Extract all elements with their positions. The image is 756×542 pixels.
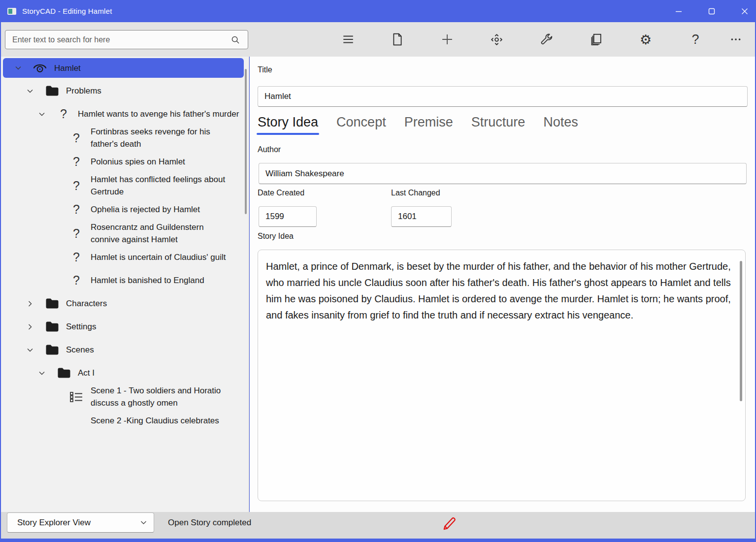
tree-item-label: Fortinbras seeks revenge for his father'…: [91, 126, 234, 150]
tree-item[interactable]: ?Fortinbras seeks revenge for his father…: [1, 126, 249, 150]
app-window: StoryCAD - Editing Hamlet: [0, 0, 756, 542]
tree-scrollbar[interactable]: [245, 69, 247, 214]
tree-item-label: Scenes: [66, 344, 94, 356]
editor-panel: Title Story IdeaConceptPremiseStructureN…: [250, 57, 755, 512]
tree-item-label: Hamlet is banished to England: [91, 274, 204, 287]
folder-icon-slot: [56, 367, 71, 379]
scene-icon: [69, 391, 83, 403]
chevron-down-icon: [39, 371, 45, 375]
chevron-down-icon: [39, 112, 45, 116]
tree-item[interactable]: ?Hamlet wants to avenge his father's mur…: [1, 102, 249, 126]
tree-item[interactable]: ?Polonius spies on Hamlet: [1, 150, 249, 173]
tab-notes[interactable]: Notes: [542, 115, 579, 136]
story-idea-scrollbar[interactable]: [740, 261, 742, 401]
last-changed-input[interactable]: [391, 206, 452, 227]
tree-item-label: Hamlet has conflicted feelings about Ger…: [91, 173, 234, 198]
search-box: [5, 30, 248, 49]
last-changed-label: Last Changed: [391, 189, 440, 197]
tree-item[interactable]: ?Hamlet is uncertain of Claudius' guilt: [1, 246, 249, 269]
folder-icon: [45, 344, 59, 355]
problem-icon: ?: [73, 156, 80, 168]
tree-item[interactable]: Problems: [1, 79, 249, 102]
copy-icon: [590, 33, 602, 46]
tree-item-label: Ophelia is rejected by Hamlet: [91, 203, 200, 216]
minimize-button[interactable]: [667, 0, 690, 22]
folder-icon: [45, 321, 59, 332]
tree-item[interactable]: Scene 1 - Two soldiers and Horatio discu…: [1, 384, 249, 409]
chevron-down-icon: [27, 348, 33, 352]
tree-item[interactable]: Characters: [1, 292, 249, 315]
tree-item[interactable]: ?Hamlet has conflicted feelings about Ge…: [1, 173, 249, 198]
overview-icon: [33, 62, 47, 74]
tree-item[interactable]: Settings: [1, 315, 249, 338]
tab-concept[interactable]: Concept: [335, 115, 387, 136]
move-button[interactable]: [487, 30, 506, 49]
close-button[interactable]: [733, 0, 756, 22]
tree-item-label: Hamlet: [54, 62, 81, 74]
more-button[interactable]: [726, 30, 746, 49]
tree-expander[interactable]: [25, 89, 35, 93]
menu-button[interactable]: [338, 30, 358, 49]
problem-icon: ?: [73, 274, 80, 287]
tree-expander[interactable]: [25, 348, 35, 352]
add-icon: [440, 32, 454, 46]
search-icon: [230, 34, 241, 45]
document-icon: [392, 33, 403, 46]
tree-item-label: Act I: [78, 367, 95, 379]
tree-item[interactable]: ?Hamlet is banished to England: [1, 269, 249, 292]
navigation-tree: HamletProblems?Hamlet wants to avenge hi…: [1, 57, 249, 512]
settings-button[interactable]: ⚙: [636, 30, 656, 49]
tree-item[interactable]: Act I: [1, 361, 249, 384]
story-idea-textarea[interactable]: Hamlet, a prince of Denmark, is beset by…: [258, 250, 746, 501]
chevron-down-icon: [15, 66, 21, 70]
title-bar: StoryCAD - Editing Hamlet: [0, 0, 756, 22]
problem-icon-slot: ?: [69, 156, 84, 168]
help-button[interactable]: ?: [686, 30, 705, 49]
search-input[interactable]: [5, 35, 230, 44]
date-created-input[interactable]: [259, 206, 317, 227]
tree-item[interactable]: ?Rosencrantz and Guildenstern connive ag…: [1, 221, 249, 246]
maximize-icon: [708, 8, 715, 15]
add-button[interactable]: [437, 30, 457, 49]
chevron-right-icon: [28, 301, 32, 307]
tree-expander[interactable]: [25, 324, 35, 330]
problem-icon-slot: ?: [69, 180, 84, 192]
folder-icon: [45, 298, 59, 309]
author-label: Author: [258, 145, 281, 154]
copy-button[interactable]: [586, 30, 606, 49]
problem-icon-slot: ?: [69, 251, 84, 263]
author-input[interactable]: [259, 163, 747, 184]
tree-item-label: Characters: [66, 297, 107, 310]
scene-icon-slot: [69, 391, 84, 403]
wrench-button[interactable]: [536, 30, 556, 49]
maximize-button[interactable]: [700, 0, 723, 22]
problem-icon-slot: ?: [69, 132, 84, 144]
tree-expander[interactable]: [36, 371, 47, 375]
status-message: Open Story completed: [168, 512, 251, 533]
help-icon: ?: [691, 33, 699, 46]
tree-item-label: Scene 2 -King Claudius celebrates: [91, 414, 219, 427]
problem-icon: ?: [73, 180, 80, 192]
view-selector[interactable]: Story Explorer View: [7, 512, 154, 533]
tree-expander[interactable]: [36, 112, 47, 116]
window-title: StoryCAD - Editing Hamlet: [22, 7, 112, 15]
folder-icon-slot: [44, 85, 59, 96]
tree-item-label: Settings: [66, 320, 96, 333]
tree-item[interactable]: Scene 2 -King Claudius celebrates: [1, 409, 249, 432]
title-input[interactable]: [258, 86, 748, 107]
tree-item[interactable]: Hamlet: [3, 58, 244, 78]
tab-story-idea[interactable]: Story Idea: [257, 115, 319, 136]
problem-icon-slot: ?: [69, 227, 84, 240]
tree-expander[interactable]: [13, 66, 24, 70]
tree-item[interactable]: ?Ophelia is rejected by Hamlet: [1, 198, 249, 221]
status-bar: Story Explorer View Open Story completed: [1, 512, 755, 539]
tree-item[interactable]: Scenes: [1, 338, 249, 361]
tab-structure[interactable]: Structure: [470, 115, 526, 136]
tab-premise[interactable]: Premise: [403, 115, 454, 136]
move-icon: [490, 33, 503, 46]
menu-icon: [342, 33, 355, 46]
tree-expander[interactable]: [25, 301, 35, 307]
document-button[interactable]: [388, 30, 407, 49]
problem-icon-slot: ?: [56, 108, 71, 120]
story-idea-label: Story Idea: [258, 232, 294, 241]
